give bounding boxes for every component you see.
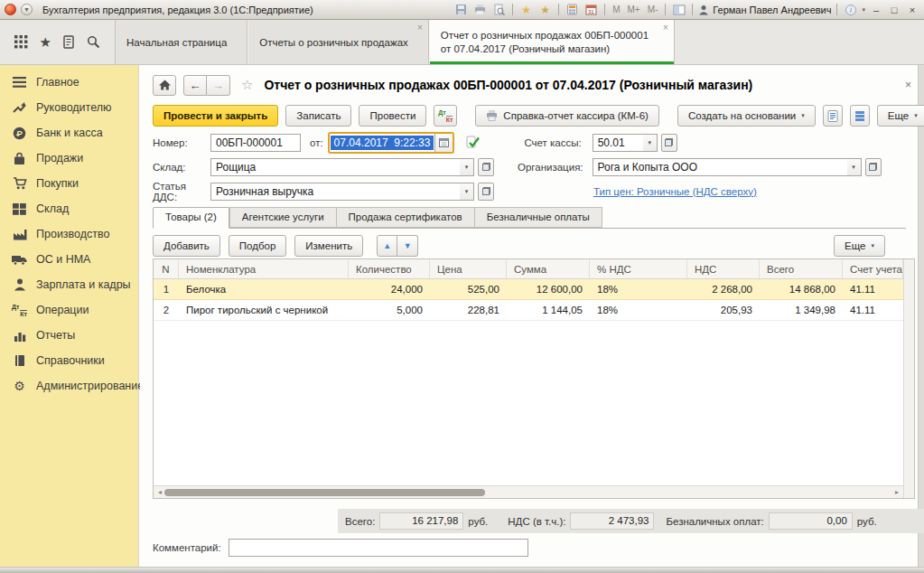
sidebar-item-directories[interactable]: Справочники bbox=[0, 348, 138, 373]
price-type-link[interactable]: Тип цен: Розничные (НДС сверху) bbox=[593, 186, 757, 197]
memory-recall-button[interactable]: M bbox=[611, 5, 621, 14]
sidebar-item-bank-cash[interactable]: Р Банк и касса bbox=[0, 120, 138, 146]
dropdown-button[interactable]: ▾ bbox=[847, 158, 862, 176]
close-form-icon[interactable]: × bbox=[905, 79, 911, 91]
sidebar-item-purchases[interactable]: Покупки bbox=[0, 171, 138, 196]
open-icon bbox=[869, 163, 877, 171]
current-user[interactable]: Герман Павел Андреевич bbox=[698, 5, 831, 15]
minimize-button[interactable]: – bbox=[869, 3, 883, 16]
sidebar-item-production[interactable]: Производство bbox=[0, 221, 138, 247]
organization-input[interactable] bbox=[593, 158, 847, 176]
col-vat-rate[interactable]: % НДС bbox=[590, 259, 687, 278]
show-postings-button[interactable]: ДтКт bbox=[434, 105, 457, 127]
favorites-icon[interactable]: ★ bbox=[537, 3, 553, 17]
table-row[interactable]: 2 Пирог тирольский с черникой 5,000 228,… bbox=[154, 300, 903, 321]
save-icon[interactable] bbox=[453, 3, 469, 17]
scroll-right-icon[interactable]: ▸ bbox=[892, 488, 901, 496]
move-up-button[interactable]: ▲ bbox=[377, 235, 397, 257]
back-button[interactable]: ← bbox=[183, 75, 207, 96]
calendar-icon[interactable]: 31 bbox=[583, 3, 599, 17]
close-window-button[interactable]: × bbox=[905, 3, 919, 16]
cash-account-input[interactable] bbox=[593, 134, 643, 152]
divider bbox=[558, 4, 559, 15]
history-icon[interactable] bbox=[62, 35, 75, 49]
favorite-star-icon[interactable]: ☆ bbox=[241, 77, 253, 93]
scrollbar-thumb[interactable] bbox=[164, 489, 485, 496]
calculator-icon[interactable] bbox=[565, 3, 580, 17]
sidebar-item-fixed-assets[interactable]: ОС и НМА bbox=[0, 247, 138, 272]
main-menu-button[interactable]: ▼ bbox=[21, 4, 33, 15]
col-price[interactable]: Цена bbox=[430, 259, 507, 278]
print-icon[interactable] bbox=[472, 3, 488, 17]
pick-button[interactable]: Подбор bbox=[229, 235, 287, 257]
open-button[interactable] bbox=[661, 134, 677, 152]
grid-more-button[interactable]: Еще ▾ bbox=[834, 235, 885, 257]
sidebar-item-sales[interactable]: Продажи bbox=[0, 146, 138, 171]
comment-input[interactable] bbox=[229, 539, 528, 557]
items-table: N Номенклатура Количество Цена Сумма % Н… bbox=[153, 258, 915, 499]
add-row-button[interactable]: Добавить bbox=[153, 235, 220, 257]
col-n[interactable]: N bbox=[154, 259, 179, 278]
split-window-icon[interactable] bbox=[671, 3, 686, 17]
more-button[interactable]: Еще ▾ bbox=[877, 105, 924, 127]
scroll-left-icon[interactable]: ◂ bbox=[155, 488, 164, 496]
sidebar-item-reports[interactable]: Отчеты bbox=[0, 323, 138, 348]
close-tab-icon[interactable]: × bbox=[417, 23, 423, 33]
tab-home-page[interactable]: Начальная страница bbox=[115, 20, 247, 64]
col-quantity[interactable]: Количество bbox=[349, 259, 430, 278]
tab-agent-services[interactable]: Агентские услуги bbox=[229, 207, 336, 228]
search-icon[interactable] bbox=[87, 35, 100, 49]
chevron-down-icon[interactable]: ▾ bbox=[862, 6, 865, 14]
tab-goods[interactable]: Товары (2) bbox=[153, 207, 229, 229]
forward-button[interactable]: → bbox=[207, 75, 230, 96]
home-button[interactable] bbox=[153, 75, 176, 96]
col-total[interactable]: Всего bbox=[760, 259, 843, 278]
post-button[interactable]: Провести bbox=[359, 105, 426, 127]
horizontal-scrollbar[interactable]: ◂ ▸ bbox=[154, 485, 903, 498]
edit-button[interactable]: Изменить bbox=[294, 235, 363, 257]
sidebar-item-payroll-hr[interactable]: Зарплата и кадры bbox=[0, 272, 138, 297]
open-button[interactable] bbox=[478, 183, 494, 201]
post-and-close-button[interactable]: Провести и закрыть bbox=[153, 105, 278, 127]
col-sum[interactable]: Сумма bbox=[507, 259, 590, 278]
registers-button[interactable] bbox=[850, 105, 870, 127]
open-button[interactable] bbox=[478, 158, 494, 176]
col-vat[interactable]: НДС bbox=[687, 259, 760, 278]
favorites-star-icon[interactable]: ★ bbox=[40, 34, 51, 51]
sidebar-item-administration[interactable]: ⚙ Администрирование bbox=[0, 373, 138, 399]
warehouse-input[interactable] bbox=[210, 158, 460, 176]
print-forms-button[interactable] bbox=[823, 105, 843, 127]
print-preview-icon[interactable] bbox=[491, 3, 507, 17]
tab-certificates[interactable]: Продажа сертификатов bbox=[336, 207, 474, 228]
tab-retail-sales-list[interactable]: Отчеты о розничных продажах × bbox=[247, 20, 429, 64]
open-button[interactable] bbox=[865, 158, 882, 176]
info-icon[interactable]: i bbox=[843, 3, 858, 17]
save-button[interactable]: Записать bbox=[285, 105, 351, 127]
tab-retail-sales-report-document[interactable]: Отчет о розничных продажах 00БП-000001 о… bbox=[429, 20, 675, 64]
calendar-picker-button[interactable] bbox=[434, 134, 453, 152]
col-account[interactable]: Счет учета bbox=[843, 259, 903, 278]
col-nomenclature[interactable]: Номенклатура bbox=[179, 259, 349, 278]
sidebar-item-main[interactable]: Главное bbox=[0, 70, 138, 95]
sidebar-item-warehouse[interactable]: Склад bbox=[0, 196, 138, 221]
dropdown-button[interactable]: ▾ bbox=[460, 158, 474, 176]
sidebar-item-manager[interactable]: Руководителю bbox=[0, 95, 138, 120]
date-input[interactable]: 07.04.2017 9:22:33 bbox=[328, 132, 455, 154]
dropdown-button[interactable]: ▾ bbox=[643, 134, 658, 152]
memory-plus-button[interactable]: M+ bbox=[626, 5, 642, 14]
dropdown-button[interactable]: ▾ bbox=[460, 183, 474, 201]
table-row[interactable]: 1 Белочка 24,000 525,00 12 600,00 18% 2 … bbox=[154, 279, 903, 300]
tab-cashless-payments[interactable]: Безналичные оплаты bbox=[474, 207, 602, 228]
close-tab-icon[interactable]: × bbox=[663, 23, 668, 33]
number-input[interactable] bbox=[210, 134, 301, 152]
sidebar-item-operations[interactable]: ДтКт Операции bbox=[0, 297, 138, 323]
all-sections-icon[interactable] bbox=[14, 35, 28, 49]
cashflow-item-input[interactable] bbox=[210, 183, 460, 201]
vertical-scrollbar[interactable] bbox=[903, 259, 914, 498]
move-down-button[interactable]: ▼ bbox=[397, 235, 418, 257]
maximize-button[interactable]: □ bbox=[887, 3, 901, 16]
memory-minus-button[interactable]: M- bbox=[646, 5, 660, 14]
create-based-on-button[interactable]: Создать на основании ▾ bbox=[677, 105, 816, 127]
add-favorite-icon[interactable]: ★ bbox=[518, 3, 534, 17]
cashier-report-button[interactable]: Справка-отчет кассира (КМ-6) bbox=[475, 105, 659, 127]
